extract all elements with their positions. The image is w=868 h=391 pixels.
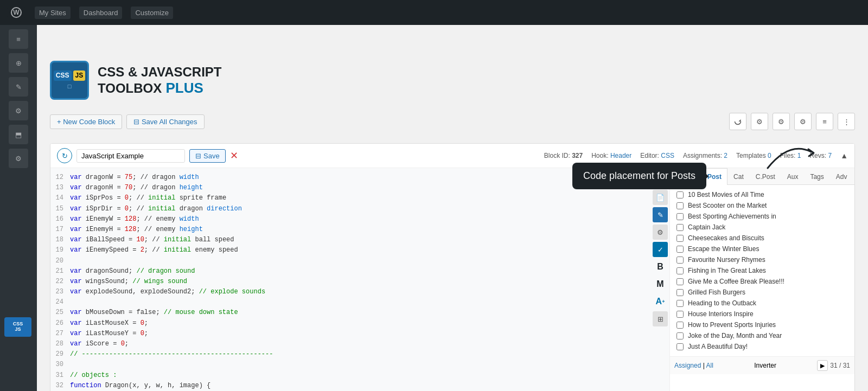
prev-page-button[interactable]: ▶ <box>817 360 828 371</box>
new-code-block-button[interactable]: + New Code Block <box>50 114 122 129</box>
side-icon-check[interactable]: ✓ <box>653 242 668 257</box>
block-editor-link[interactable]: CSS <box>661 152 674 159</box>
refresh-icon-btn[interactable] <box>729 113 746 130</box>
side-icon-M[interactable]: M <box>653 277 668 292</box>
settings3-icon-btn[interactable]: ⚙ <box>794 113 812 130</box>
plugin-title-toolbox: TOOLBOX <box>98 81 162 95</box>
sidebar-icon-3[interactable]: ✎ <box>9 77 28 97</box>
block-revs-link[interactable]: 7 <box>828 152 832 159</box>
sidebar-icon-1[interactable]: ≡ <box>9 29 28 49</box>
post-checkbox-p3[interactable] <box>676 213 684 220</box>
post-label: Just A Beautiful Day! <box>688 343 748 350</box>
more-icon-btn[interactable]: ⋮ <box>838 113 855 130</box>
block-name-input[interactable] <box>76 149 185 163</box>
code-line: 27var iLastMouseY = 0; <box>50 329 669 339</box>
block-assignments-link[interactable]: 2 <box>724 152 727 159</box>
post-label: Grilled Fish Burgers <box>688 289 745 296</box>
indent-icon-btn[interactable]: ≡ <box>816 113 833 130</box>
post-checkbox-p12[interactable] <box>676 311 684 318</box>
tab-aux[interactable]: Aux <box>781 168 805 185</box>
settings-icon-btn[interactable]: ⚙ <box>751 113 768 130</box>
settings2-icon-btn[interactable]: ⚙ <box>773 113 790 130</box>
post-checkbox-p2[interactable] <box>676 202 684 209</box>
sidebar-icon-5[interactable]: ⬒ <box>9 125 28 144</box>
admin-bar-mysites[interactable]: My Sites <box>35 7 71 19</box>
post-checkbox-p5[interactable] <box>676 235 684 242</box>
block-delete-button[interactable]: ✕ <box>230 150 238 162</box>
line-code: var iEnemyW = 128; // enemy width <box>70 214 199 225</box>
block-save-button[interactable]: ⊟ Save <box>189 149 226 163</box>
post-item: Cheesecakes and Biscuits <box>672 233 852 243</box>
wp-logo[interactable]: W <box>7 3 26 22</box>
sidebar-icon-4[interactable]: ⚙ <box>9 101 28 120</box>
post-item: House Interiors Inspire <box>672 309 852 319</box>
post-label: Favourite Nursery Rhymes <box>688 256 765 264</box>
panel-body: 12var dragonW = 75; // dragon width13var… <box>50 168 854 391</box>
block-header: ↻ ⊟ Save ✕ Block ID: 327 Hook: Header Ed… <box>50 144 854 168</box>
all-link[interactable]: All <box>706 362 713 369</box>
post-item: Best Scooter on the Market <box>672 200 852 211</box>
left-sidebar: ≡ ⊕ ✎ ⚙ ⬒ ⚙ CSSJS <box>0 25 37 391</box>
save-all-changes-button[interactable]: ⊟ Save All Changes <box>126 114 204 129</box>
side-icons-column: ↻ 📄 ✎ ⚙ ✓ B M A+ ⊞ <box>650 168 670 331</box>
line-number: 30 <box>50 360 70 370</box>
tab-cpost[interactable]: C.Post <box>750 168 781 185</box>
save-icon: ⊟ <box>195 152 201 160</box>
tab-adv[interactable]: Adv <box>830 168 853 185</box>
block-hook-link[interactable]: Header <box>610 152 631 159</box>
post-checkbox-p9[interactable] <box>676 278 684 285</box>
post-item: Just A Beautiful Day! <box>672 341 852 352</box>
side-icon-B[interactable]: B <box>653 259 668 274</box>
right-panel: ↻ 📄 ✎ ⚙ ✓ B M A+ ⊞ Code placement for Po… <box>670 168 854 391</box>
side-icon-page[interactable]: 📄 <box>653 190 668 205</box>
side-icon-table[interactable]: ⊞ <box>653 311 668 326</box>
sidebar-icon-6[interactable]: ⚙ <box>9 149 28 168</box>
assigned-link[interactable]: Assigned <box>674 362 701 369</box>
line-number: 13 <box>50 183 70 193</box>
collapse-button[interactable]: ▲ <box>840 151 848 160</box>
post-checkbox-p15[interactable] <box>676 343 684 350</box>
line-code: // -------------------------------------… <box>70 349 273 360</box>
line-number: 32 <box>50 381 70 391</box>
block-spin-button[interactable]: ↻ <box>57 148 72 163</box>
post-label: Fishing in The Great Lakes <box>688 267 766 274</box>
sidebar-icon-2[interactable]: ⊕ <box>9 53 28 73</box>
post-checkbox-p8[interactable] <box>676 267 684 274</box>
admin-bar-customize[interactable]: Customize <box>131 7 173 19</box>
sidebar-plugin-icon[interactable]: CSSJS <box>4 317 31 337</box>
code-line: 16var iEnemyW = 128; // enemy width <box>50 214 669 225</box>
code-line: 28var iScore = 0; <box>50 339 669 349</box>
block-files-link[interactable]: 1 <box>797 152 801 159</box>
line-number: 19 <box>50 245 70 255</box>
code-line: 30 <box>50 360 669 370</box>
post-item: Fishing in The Great Lakes <box>672 265 852 276</box>
block-id-label: Block ID: 327 <box>544 152 583 159</box>
line-code: var wingsSound; // wings sound <box>70 277 187 287</box>
line-code: var explodeSound, explodeSound2; // expl… <box>70 287 265 297</box>
line-code: var iEnemySpeed = 2; // initial enemy sp… <box>70 245 238 255</box>
post-checkbox-p7[interactable] <box>676 257 684 264</box>
post-item: How to Prevent Sports Injuries <box>672 319 852 330</box>
post-checkbox-p11[interactable] <box>676 300 684 307</box>
line-number: 25 <box>50 307 70 318</box>
block-templates-link[interactable]: 0 <box>768 152 771 159</box>
side-icon-edit[interactable]: ✎ <box>653 207 668 222</box>
post-checkbox-p13[interactable] <box>676 322 684 329</box>
post-checkbox-p10[interactable] <box>676 289 684 296</box>
post-checkbox-p14[interactable] <box>676 332 684 339</box>
tab-cat[interactable]: Cat <box>727 168 750 185</box>
admin-bar-dashboard[interactable]: Dashboard <box>79 7 123 19</box>
toolbar: + New Code Block ⊟ Save All Changes ⚙ ⚙ … <box>50 108 855 134</box>
code-editor-content[interactable]: 12var dragonW = 75; // dragon width13var… <box>50 168 669 391</box>
side-icon-settings[interactable]: ⚙ <box>653 225 668 240</box>
post-label: Best Sporting Achievements in <box>688 213 776 220</box>
line-number: 23 <box>50 287 70 297</box>
side-icon-A[interactable]: A+ <box>653 294 668 309</box>
post-label: How to Prevent Sports Injuries <box>688 321 776 329</box>
post-checkbox-p6[interactable] <box>676 246 684 253</box>
posts-list: 10 Best Movies of All TimeBest Scooter o… <box>670 185 854 356</box>
post-checkbox-p1[interactable] <box>676 191 684 198</box>
post-checkbox-p4[interactable] <box>676 224 684 231</box>
line-code: var dragonW = 75; // dragon width <box>70 172 199 183</box>
tab-tags[interactable]: Tags <box>804 168 829 185</box>
